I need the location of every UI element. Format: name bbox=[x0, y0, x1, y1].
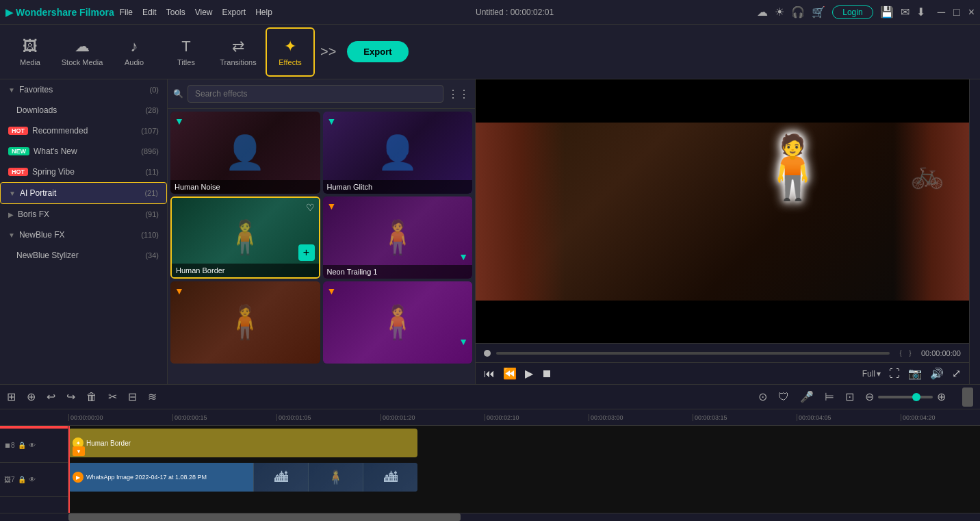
maximize-button[interactable]: □ bbox=[953, 6, 960, 18]
zoom-slider-handle[interactable] bbox=[912, 393, 920, 401]
snap-to-playhead-button[interactable]: ⊞ bbox=[7, 390, 16, 403]
effect-card-6[interactable]: 🧍 ▼ ▼ bbox=[323, 281, 473, 364]
menu-edit[interactable]: Edit bbox=[142, 8, 157, 17]
sidebar-item-whats-new[interactable]: NEW What's New (896) bbox=[0, 141, 167, 162]
human-noise-teal-arrow-icon: ▼ bbox=[175, 116, 184, 127]
quality-chevron-down-icon: ▾ bbox=[877, 369, 881, 379]
login-button[interactable]: Login bbox=[832, 5, 873, 19]
delete-button[interactable]: 🗑 bbox=[86, 391, 97, 403]
cut-button[interactable]: ✂ bbox=[108, 390, 117, 403]
effect-card-human-noise[interactable]: 👤 ▼ Human Noise bbox=[170, 112, 320, 194]
effects-sidebar: ▼ Favorites (0) Downloads (28) HOT Recom… bbox=[0, 79, 168, 384]
track-7-eye-icon[interactable]: 👁 bbox=[29, 476, 36, 483]
track-7-lock-icon[interactable]: 🔒 bbox=[18, 476, 26, 483]
toolbar-stock-media[interactable]: ☁ Stock Media bbox=[57, 27, 107, 77]
search-input[interactable] bbox=[188, 85, 443, 103]
menu-export[interactable]: Export bbox=[222, 8, 246, 17]
toolbar-titles[interactable]: T Titles bbox=[162, 27, 211, 77]
right-sidebar-scrollbar bbox=[969, 79, 980, 384]
effect-card-human-border[interactable]: 🧍 ♡ + Human Border bbox=[170, 196, 320, 279]
toolbar-more-icon[interactable]: >> bbox=[320, 44, 336, 60]
sidebar-item-downloads[interactable]: Downloads (28) bbox=[0, 100, 167, 120]
ruler-mark-5: 00:00:03:00 bbox=[589, 414, 693, 421]
download-icon[interactable]: ⬇ bbox=[916, 5, 925, 18]
toolbar-effects[interactable]: ✦ Effects bbox=[266, 27, 315, 77]
ai-portrait-arrow-icon: ▼ bbox=[9, 190, 16, 197]
video-clip[interactable]: ▶ WhatsApp Image 2022-04-17 at 1.08.28 P… bbox=[68, 463, 417, 492]
app-logo: ▶ Wondershare Filmora bbox=[5, 7, 114, 18]
export-button[interactable]: Export bbox=[347, 41, 408, 62]
minimize-button[interactable]: ─ bbox=[938, 6, 945, 18]
sidebar-item-spring-vibe[interactable]: HOT Spring Vibe (11) bbox=[0, 162, 167, 182]
zoom-in-button[interactable]: ⊕ bbox=[937, 390, 946, 403]
stop-button[interactable]: ⏹ bbox=[541, 368, 552, 380]
track-8-eye-icon[interactable]: 👁 bbox=[29, 442, 36, 449]
menu-help[interactable]: Help bbox=[255, 8, 272, 17]
sidebar-item-ai-portrait[interactable]: ▼ AI Portrait (21) bbox=[0, 182, 167, 204]
timeline-toolbar: ⊞ ⊕ ↩ ↪ 🗑 ✂ ⊟ ≋ ⊙ 🛡 🎤 ⊨ ⊡ ⊖ ⊕ bbox=[0, 385, 980, 409]
effect-card-human-glitch[interactable]: 👤 ▼ Human Glitch bbox=[323, 112, 473, 194]
newblue-fx-count: (110) bbox=[141, 231, 159, 239]
play-button[interactable]: ▶ bbox=[525, 367, 533, 380]
voice-enhance-icon[interactable]: 🎤 bbox=[800, 390, 814, 403]
sidebar-item-boris-fx[interactable]: ▶ Boris FX (91) bbox=[0, 204, 167, 225]
timeline-scrollbar[interactable] bbox=[0, 513, 980, 521]
zoom-slider[interactable] bbox=[878, 396, 933, 398]
redo-button[interactable]: ↪ bbox=[66, 390, 75, 403]
toolbar-audio[interactable]: ♪ Audio bbox=[109, 27, 159, 77]
clip-ripple-button[interactable]: ⊕ bbox=[27, 390, 36, 403]
preview-timeline-slider[interactable] bbox=[496, 352, 890, 355]
magnet-snap-icon[interactable]: 🛡 bbox=[778, 391, 789, 403]
undo-button[interactable]: ↩ bbox=[47, 390, 55, 403]
effects-panel: 🔍 ⋮⋮ 👤 ▼ Human Noise 👤 ▼ bbox=[168, 79, 476, 384]
video-clip-label: WhatsApp Image 2022-04-17 at 1.08.28 PM bbox=[86, 474, 207, 481]
headset-icon[interactable]: 🎧 bbox=[791, 5, 805, 18]
grid-layout-icon[interactable]: ⋮⋮ bbox=[448, 88, 469, 101]
pip-icon[interactable]: ⊡ bbox=[845, 390, 854, 403]
menu-tools[interactable]: Tools bbox=[166, 8, 185, 17]
whats-new-badge: NEW bbox=[8, 147, 29, 155]
audio-mix-button[interactable]: ⊟ bbox=[128, 390, 137, 403]
timeline-scrollbar-thumb[interactable] bbox=[68, 513, 461, 521]
effect-card-neon-trailing-1[interactable]: 🧍 ▼ ▼ Neon Trailing 1 bbox=[323, 196, 473, 279]
zoom-out-button[interactable]: ⊖ bbox=[865, 390, 874, 403]
ripple-edit-icon[interactable]: ⊙ bbox=[758, 390, 767, 403]
scrubber-handle[interactable] bbox=[484, 350, 491, 357]
skip-to-start-button[interactable]: ⏮ bbox=[484, 368, 495, 380]
ruler-mark-4: 00:00:02:10 bbox=[485, 414, 589, 421]
step-back-button[interactable]: ⏪ bbox=[503, 367, 517, 380]
human-border-add-button[interactable]: + bbox=[298, 244, 315, 261]
boris-fx-label: Boris FX bbox=[18, 209, 49, 219]
volume-icon[interactable]: 🔊 bbox=[930, 367, 944, 380]
mail-icon[interactable]: ✉ bbox=[901, 5, 910, 18]
preview-quality-selector[interactable]: Full ▾ bbox=[862, 369, 881, 379]
toolbar-media[interactable]: 🖼 Media bbox=[5, 27, 55, 77]
snapshot-icon[interactable]: 📷 bbox=[908, 367, 922, 380]
sun-icon[interactable]: ☀ bbox=[775, 5, 784, 18]
sidebar-item-newblue-stylizer[interactable]: NewBlue Stylizer (34) bbox=[0, 245, 167, 266]
favorites-arrow-icon: ▼ bbox=[8, 86, 15, 94]
fullscreen-icon[interactable]: ⛶ bbox=[889, 368, 900, 380]
sidebar-item-newblue-fx[interactable]: ▼ NewBlue FX (110) bbox=[0, 225, 167, 245]
track-8-lock-icon[interactable]: 🔒 bbox=[18, 442, 26, 449]
neon-trailing-1-orange-arrow-icon: ▼ bbox=[327, 201, 337, 212]
cloud-icon[interactable]: ☁ bbox=[757, 5, 768, 18]
human-border-heart-button[interactable]: ♡ bbox=[306, 202, 315, 213]
menu-view[interactable]: View bbox=[195, 8, 213, 17]
menu-file[interactable]: File bbox=[120, 8, 133, 17]
effect-clip-human-border[interactable]: ✦ Human Border ▼ bbox=[68, 429, 417, 457]
effect-card-5[interactable]: 🧍 ▼ bbox=[170, 281, 320, 364]
video-thumbnails: 🏙 🧍 🏙 bbox=[253, 463, 417, 492]
waveform-button[interactable]: ≋ bbox=[148, 390, 157, 403]
close-button[interactable]: × bbox=[968, 6, 975, 18]
save-icon[interactable]: 💾 bbox=[880, 5, 894, 18]
expand-icon[interactable]: ⤢ bbox=[952, 367, 961, 380]
ruler-mark-2: 00:00:01:05 bbox=[276, 414, 381, 421]
toolbar-transitions[interactable]: ⇄ Transitions bbox=[214, 27, 263, 77]
sidebar-item-favorites[interactable]: ▼ Favorites (0) bbox=[0, 79, 167, 100]
subtitle-icon[interactable]: ⊨ bbox=[825, 390, 834, 403]
cart-icon[interactable]: 🛒 bbox=[812, 5, 825, 18]
timeline-view-toggle[interactable] bbox=[962, 387, 973, 407]
preview-video: 🧍 🚲 bbox=[476, 79, 969, 343]
sidebar-item-recommended[interactable]: HOT Recommended (107) bbox=[0, 120, 167, 141]
